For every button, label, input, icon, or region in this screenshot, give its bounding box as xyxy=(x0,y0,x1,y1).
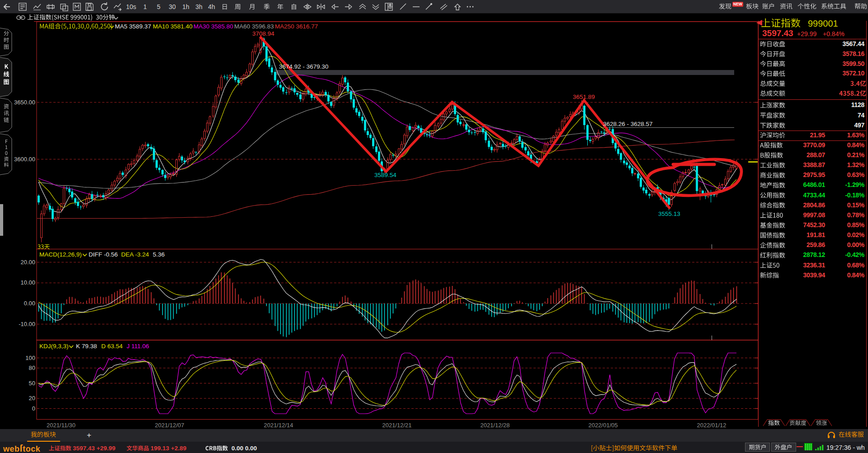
svg-text:+: + xyxy=(87,431,91,439)
svg-text:3597.43 +29.99: 3597.43 +29.99 xyxy=(73,445,115,452)
svg-text:0.00 0.00: 0.00 0.00 xyxy=(231,445,257,452)
svg-text:999001: 999001 xyxy=(808,19,838,28)
svg-text:199.13 +2.89: 199.13 +2.89 xyxy=(151,445,186,452)
